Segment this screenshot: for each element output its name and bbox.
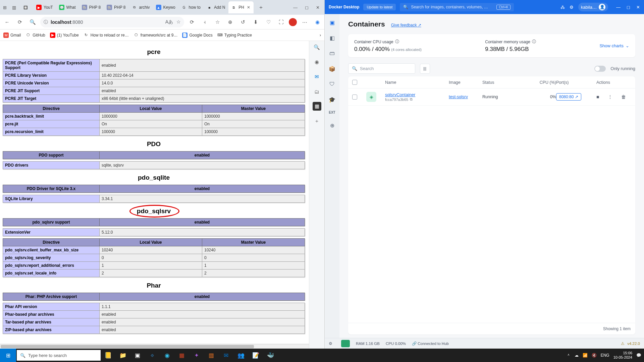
collections-icon[interactable]: ⊕ xyxy=(225,17,235,27)
tray-wifi-icon[interactable]: 📶 xyxy=(583,353,588,358)
sidebar-outlook-icon[interactable]: ✉ xyxy=(313,72,321,81)
favorites-icon[interactable]: ☆ xyxy=(212,17,222,27)
tb-ppt-icon[interactable]: ▦ xyxy=(174,349,189,362)
show-charts-button[interactable]: Show charts ⌄ xyxy=(599,43,629,48)
sidebar-copilot-icon[interactable]: ◉ xyxy=(313,58,321,66)
search-button[interactable]: 🔍 xyxy=(28,17,38,27)
info-icon[interactable]: ⓘ xyxy=(395,39,399,45)
tray-chevron-icon[interactable]: ＾ xyxy=(567,353,571,358)
bookmark-item[interactable]: ⎔framework/src at 9… xyxy=(133,33,178,38)
split-icon[interactable]: ⫞ xyxy=(200,17,210,27)
tab-actions-icon[interactable]: ▥ xyxy=(11,4,17,11)
row-menu-button[interactable]: ⋮ xyxy=(608,94,612,100)
profile-avatar[interactable] xyxy=(289,18,297,26)
sidebar-add-ext-icon[interactable]: ⊕ xyxy=(328,121,336,130)
browser-tab[interactable]: ⧉archiv xyxy=(129,1,153,13)
dk-close-button[interactable]: ✕ xyxy=(636,5,640,10)
tray-clock[interactable]: 15:06 10-05-2024 xyxy=(613,351,632,359)
container-name-link[interactable]: sqlsrvContainer xyxy=(385,92,415,97)
back-button[interactable]: ← xyxy=(2,17,12,27)
delete-button[interactable]: 🗑 xyxy=(621,94,626,100)
sidebar-games-icon[interactable]: ▦ xyxy=(313,102,321,111)
tb-edge-icon[interactable]: ◉ xyxy=(160,349,174,362)
columns-button[interactable]: ⫼ xyxy=(420,64,430,74)
url-input[interactable]: ⓘ localhost:8080 Aあ ☆ xyxy=(40,17,184,27)
site-info-icon[interactable]: ⓘ xyxy=(44,19,48,25)
sidebar-scout-icon[interactable]: 🛡 xyxy=(328,80,336,88)
tb-xampp-icon[interactable]: ▥ xyxy=(204,349,219,362)
screenshot-icon[interactable]: ⛶ xyxy=(276,17,286,27)
bookmark-item[interactable]: 📄Google Docs xyxy=(182,33,212,38)
statusbar-settings-icon[interactable]: ⚙ xyxy=(329,341,332,346)
col-image[interactable]: Image xyxy=(449,80,482,85)
sidebar-tools-icon[interactable]: 🗂 xyxy=(313,87,321,96)
tb-vscode-icon[interactable]: ⟐ xyxy=(145,349,160,362)
col-status[interactable]: Status xyxy=(482,80,519,85)
sidebar-add-icon[interactable]: ＋ xyxy=(313,117,321,125)
table-row[interactable]: ◈ sqlsrvContainer fcca797a3b65⧉ test-sql… xyxy=(348,88,635,106)
warning-icon[interactable]: ⚠ xyxy=(621,341,625,346)
sidebar-dev-env-icon[interactable]: 📦 xyxy=(328,64,336,73)
horizontal-scrollbar[interactable] xyxy=(0,344,309,349)
browser-tab[interactable]: 🔲 xyxy=(20,1,33,13)
phpinfo-content[interactable]: pcre PCRE (Perl Compatible Regular Expre… xyxy=(0,41,309,344)
tb-app1-icon[interactable]: ✦ xyxy=(189,349,204,362)
container-search[interactable]: 🔍Search xyxy=(348,63,415,74)
browser-tab[interactable]: Ghow to xyxy=(179,1,203,13)
workspaces-icon[interactable]: ⊞ xyxy=(1,4,8,11)
browser-tab[interactable]: 💬What xyxy=(56,1,78,13)
history-icon[interactable]: ↺ xyxy=(238,17,248,27)
troubleshoot-icon[interactable]: ⁂ xyxy=(560,5,565,10)
info-icon[interactable]: ⓘ xyxy=(532,39,536,45)
tray-lang[interactable]: ENG xyxy=(601,353,609,358)
tab-close-icon[interactable]: ✕ xyxy=(246,5,251,10)
stop-button[interactable]: ■ xyxy=(596,94,599,100)
browser-tab[interactable]: 🐘PHP 8 xyxy=(104,1,128,13)
more-icon[interactable]: ⋯ xyxy=(300,17,310,27)
copilot-icon[interactable]: ◉ xyxy=(312,17,322,27)
image-link[interactable]: test-sqlsrv xyxy=(449,95,468,99)
tb-terminal-icon[interactable]: ▣ xyxy=(130,349,145,362)
tray-notifications-icon[interactable]: 💬 xyxy=(636,353,641,358)
tray-volume-icon[interactable]: 🔇 xyxy=(592,353,597,358)
global-search[interactable]: 🔍 Search for images, containers, volumes… xyxy=(400,3,514,11)
bookmarks-overflow-icon[interactable]: › xyxy=(320,33,321,38)
update-button[interactable]: Update to latest xyxy=(363,4,396,10)
bookmark-item[interactable]: ⌨Typing Practice xyxy=(217,33,252,38)
browser-tab[interactable]: ▶YouT xyxy=(34,1,56,13)
bookmark-item[interactable]: ▶(1) YouTube xyxy=(50,33,79,38)
dk-minimize-button[interactable]: — xyxy=(616,5,621,10)
extensions-icon[interactable]: ⟳ xyxy=(187,17,197,27)
give-feedback-link[interactable]: Give feedback ↗ xyxy=(391,23,421,27)
port-link[interactable]: 8080:80 ↗ xyxy=(556,93,581,101)
engine-status-icon[interactable] xyxy=(341,340,350,347)
tb-teams-icon[interactable]: 👥 xyxy=(233,349,248,362)
sidebar-learning-icon[interactable]: 🎓 xyxy=(328,95,336,104)
bookmark-item[interactable]: MGmail xyxy=(3,33,21,38)
col-ports[interactable]: Port(s) xyxy=(556,80,596,85)
tb-cortana-icon[interactable]: 📒 xyxy=(101,349,115,362)
sidebar-images-icon[interactable]: ◧ xyxy=(328,34,336,42)
bookmark-item[interactable]: ⎔GitHub xyxy=(25,33,45,38)
browser-tab[interactable]: 🗎PH✕ xyxy=(228,1,254,13)
sidebar-volumes-icon[interactable]: 🗃 xyxy=(328,49,336,58)
bookmark-item[interactable]: ↻How to reload or re… xyxy=(84,33,129,38)
browser-tab[interactable]: ■Add N xyxy=(204,1,228,13)
tb-outlook-icon[interactable]: ✉ xyxy=(219,349,233,362)
favorite-icon[interactable]: ☆ xyxy=(176,19,181,25)
copy-icon[interactable]: ⧉ xyxy=(410,97,413,102)
browser-tab[interactable]: 🐘PHP 8 xyxy=(79,1,103,13)
browser-tab[interactable]: ▲Keywo xyxy=(153,1,178,13)
sidebar-containers-icon[interactable]: ▣ xyxy=(328,18,336,27)
row-checkbox[interactable] xyxy=(352,95,357,100)
col-cpu[interactable]: CPU (%) xyxy=(519,80,556,85)
refresh-button[interactable]: ⟳ xyxy=(15,17,25,27)
close-button[interactable]: ✕ xyxy=(316,5,320,10)
taskbar-search[interactable]: 🔍Type here to search xyxy=(17,350,101,361)
maximize-button[interactable]: ◻ xyxy=(305,5,309,10)
tray-onedrive-icon[interactable]: ☁ xyxy=(575,353,579,358)
select-all-checkbox[interactable] xyxy=(352,80,357,85)
dk-maximize-button[interactable]: ◻ xyxy=(627,5,630,10)
performance-icon[interactable]: ♡ xyxy=(263,17,273,27)
tb-explorer-icon[interactable]: 📁 xyxy=(115,349,130,362)
